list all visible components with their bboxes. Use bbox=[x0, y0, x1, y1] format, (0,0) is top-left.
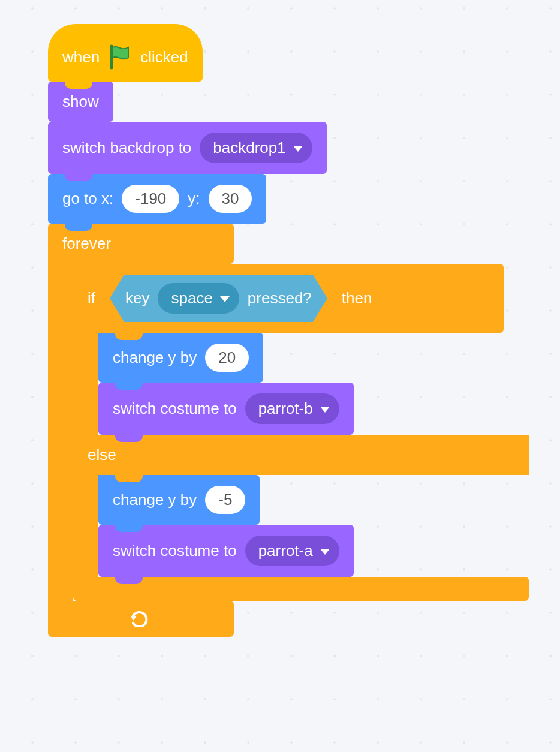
key-pressed-reporter[interactable]: key space pressed? bbox=[110, 275, 327, 322]
change-y-by-block-else[interactable]: change y by -5 bbox=[98, 475, 260, 525]
switch-costume-block-else[interactable]: switch costume to parrot-a bbox=[98, 525, 354, 577]
goto-y-label: y: bbox=[188, 189, 200, 208]
costume-dropdown-if-value: parrot-b bbox=[258, 399, 313, 417]
show-label: show bbox=[62, 92, 99, 111]
green-flag-icon bbox=[108, 44, 132, 70]
change-y-label-else: change y by bbox=[113, 491, 197, 509]
if-else-block[interactable]: if key space pressed? then bbox=[73, 264, 529, 601]
goto-xy-block[interactable]: go to x: -190 y: 30 bbox=[48, 174, 266, 224]
change-y-input-else[interactable]: -5 bbox=[205, 486, 245, 514]
switch-costume-label: switch costume to bbox=[113, 399, 237, 418]
if-label: if bbox=[88, 289, 95, 308]
hat-clicked-label: clicked bbox=[140, 48, 188, 67]
when-flag-clicked-block[interactable]: when clicked bbox=[48, 24, 203, 82]
goto-y-input[interactable]: 30 bbox=[209, 185, 252, 213]
else-label: else bbox=[88, 446, 116, 464]
change-y-label: change y by bbox=[113, 348, 197, 367]
goto-x-label: go to x: bbox=[62, 189, 113, 208]
switch-costume-label-else: switch costume to bbox=[113, 542, 237, 560]
switch-backdrop-block[interactable]: switch backdrop to backdrop1 bbox=[48, 122, 327, 174]
costume-dropdown-else-value: parrot-a bbox=[258, 542, 313, 560]
then-label: then bbox=[342, 289, 372, 308]
goto-x-input[interactable]: -190 bbox=[122, 185, 179, 213]
loop-arrow-icon bbox=[131, 611, 151, 627]
costume-dropdown-else[interactable]: parrot-a bbox=[245, 536, 339, 566]
key-label: key bbox=[125, 289, 149, 308]
key-dropdown[interactable]: space bbox=[158, 283, 239, 314]
scratch-script: when clicked show switch backdrop to bac… bbox=[48, 24, 540, 637]
switch-costume-block-if[interactable]: switch costume to parrot-b bbox=[98, 383, 354, 435]
change-y-by-block-if[interactable]: change y by 20 bbox=[98, 333, 263, 383]
chevron-down-icon bbox=[320, 407, 330, 413]
pressed-label: pressed? bbox=[248, 289, 312, 308]
key-dropdown-value: space bbox=[171, 289, 212, 307]
chevron-down-icon bbox=[320, 549, 330, 555]
chevron-down-icon bbox=[293, 146, 303, 152]
switch-backdrop-label: switch backdrop to bbox=[62, 139, 191, 157]
costume-dropdown-if[interactable]: parrot-b bbox=[245, 393, 339, 424]
change-y-input-if[interactable]: 20 bbox=[205, 344, 249, 372]
backdrop-dropdown[interactable]: backdrop1 bbox=[200, 133, 312, 163]
forever-block[interactable]: forever if key space bbox=[48, 224, 529, 637]
chevron-down-icon bbox=[220, 296, 230, 302]
backdrop-dropdown-value: backdrop1 bbox=[213, 139, 285, 157]
forever-label: forever bbox=[62, 234, 111, 253]
hat-when-label: when bbox=[62, 48, 100, 67]
